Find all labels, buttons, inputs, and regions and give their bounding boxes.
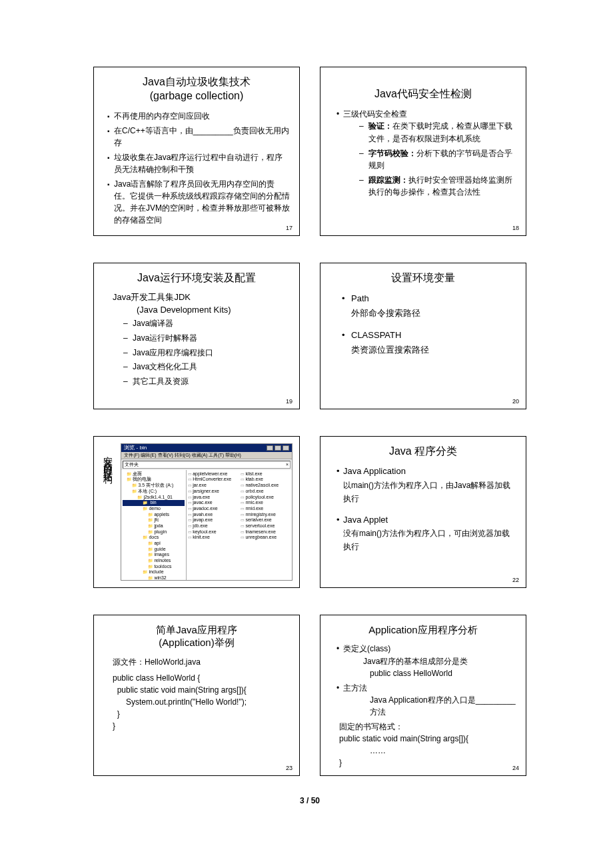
item-head: 类定义(class) <box>343 644 390 653</box>
slide-19: Java运行环境安装及配置 Java开发工具集JDK (Java Develop… <box>93 263 300 409</box>
bullet-item: 主方法 Java Application程序的入口是_________方法 <box>336 682 516 719</box>
slide-body: 安装后的目录结构 浏览 - bin 文件(F) 编辑(E) 查看(V) 转到(G… <box>101 443 293 581</box>
file-item: jar.exe <box>188 483 238 489</box>
item-head: Java Applet <box>343 515 388 525</box>
tree-node: 桌面 <box>123 471 184 477</box>
slide-title: Java运行环境安装及配置 <box>103 271 290 285</box>
tree-node: win32 <box>123 575 184 580</box>
section-sub: (Java Development Kits) <box>137 305 290 315</box>
bullet-item: 不再使用的内存空间应回收 <box>107 110 290 122</box>
slide-23: 简单Java应用程序 (Application)举例 源文件：HelloWorl… <box>93 615 300 777</box>
tree-node: include <box>123 569 184 575</box>
bullet-list: Path 外部命令搜索路径 CLASSPATH 类资源位置搜索路径 <box>342 291 516 357</box>
file-item: rmiregistry.exe <box>241 512 291 518</box>
sub-item: Java编译器 <box>123 317 290 330</box>
file-item: kinit.exe <box>188 535 238 541</box>
tree-node: bin <box>123 500 184 506</box>
file-item: klist.exe <box>241 471 291 477</box>
slide-number: 18 <box>512 225 519 231</box>
file-item: native2ascii.exe <box>241 483 291 489</box>
slide-title: Java自动垃圾收集技术 (garbage collection) <box>103 75 290 103</box>
file-item: jarsigner.exe <box>188 489 238 495</box>
slide-title: Java 程序分类 <box>330 445 516 459</box>
min-icon <box>267 445 273 451</box>
tree-node: plugin <box>123 529 184 535</box>
slide-number: 24 <box>512 765 519 771</box>
window-menu: 文件(F) 编辑(E) 查看(V) 转到(G) 收藏(A) 工具(T) 帮助(H… <box>121 452 292 459</box>
slide-title: Application应用程序分析 <box>330 623 516 637</box>
item-head: Path <box>351 293 369 303</box>
bullet-item: CLASSPATH 类资源位置搜索路径 <box>342 328 516 357</box>
slide-17: Java自动垃圾收集技术 (garbage collection) 不再使用的内… <box>93 67 300 236</box>
file-item: jdb.exe <box>188 523 238 529</box>
sub-item: Java文档化化工具 <box>123 361 290 373</box>
file-item: javadoc.exe <box>188 506 238 512</box>
code-line: …… <box>370 745 516 757</box>
title-line2: (Application)举例 <box>159 637 234 648</box>
slide-21: 安装后的目录结构 浏览 - bin 文件(F) 编辑(E) 查看(V) 转到(G… <box>93 436 300 588</box>
bullet-item: Java Applet 没有main()方法作为程序入口，可由浏览器加载执行 <box>336 513 516 553</box>
tree-node: demo <box>123 506 184 512</box>
list-text: 三级代码安全检查 <box>343 109 407 119</box>
tree-node: applets <box>123 512 184 518</box>
file-item: serialver.exe <box>241 517 291 523</box>
section-head: Java开发工具集JDK <box>113 291 290 303</box>
file-item: rmid.exe <box>241 506 291 512</box>
slide-number: 17 <box>286 225 293 231</box>
slide-number: 19 <box>286 398 293 405</box>
slide-18: Java代码安全性检测 三级代码安全检查 验证：在类下载时完成，检查从哪里下载文… <box>320 67 526 236</box>
slide-title: Java代码安全性检测 <box>330 87 516 101</box>
file-item: java.exe <box>188 495 238 501</box>
page-number: 3 / 50 <box>93 796 526 805</box>
close-panel-icon: × <box>286 462 289 467</box>
window-buttons <box>267 445 289 451</box>
tree-node: tooldocs <box>123 564 184 570</box>
sub-item: 跟踪监测：执行时安全管理器始终监测所执行的每步操作，检查其合法性 <box>359 174 516 199</box>
code-block: public class HelloWorld { public static … <box>113 672 290 732</box>
file-list: appletviewer.exeHtmlConverter.exejar.exe… <box>187 470 292 580</box>
sub-line: Java程序的基本组成部分是类 <box>363 655 516 667</box>
item-label: 验证： <box>368 121 392 131</box>
vertical-title: 安装后的目录结构 <box>101 443 115 470</box>
tree-node: 3.5 英寸软盘 (A:) <box>123 483 184 489</box>
item-head: CLASSPATH <box>351 330 401 340</box>
explorer-window-mock: 浏览 - bin 文件(F) 编辑(E) 查看(V) 转到(G) 收藏(A) 工… <box>121 443 293 581</box>
sub-list: 验证：在类下载时完成，检查从哪里下载文件，是否有权限进到本机系统 字节码校验：分… <box>359 120 516 199</box>
tree-node: 我的电脑 <box>123 477 184 483</box>
slide-number: 22 <box>512 577 519 583</box>
item-head: Java Application <box>343 466 406 476</box>
sub-line: Java Application程序的入口是_________方法 <box>370 694 516 718</box>
folder-tree: 桌面我的电脑3.5 英寸软盘 (A:)本地 (C:)j2sdk1.4.1_01b… <box>121 470 186 580</box>
close-icon <box>283 445 289 451</box>
bullet-item: 垃圾收集在Java程序运行过程中自动进行，程序员无法精确控制和干预 <box>107 151 290 175</box>
address-bar: 文件夹 × <box>123 461 291 469</box>
bullet-item: 在C/C++等语言中，由_________负责回收无用内存 <box>107 125 290 149</box>
sub-item: 字节码校验：分析下载的字节码是否合乎规则 <box>359 147 516 172</box>
window-title: 浏览 - bin <box>124 445 147 451</box>
file-item: orbd.exe <box>241 489 291 495</box>
format-label: 固定的书写格式： <box>339 721 516 733</box>
bullet-list: 三级代码安全检查 验证：在类下载时完成，检查从哪里下载文件，是否有权限进到本机系… <box>336 108 516 199</box>
sub-item: 验证：在类下载时完成，检查从哪里下载文件，是否有权限进到本机系统 <box>359 120 516 145</box>
bullet-list: 不再使用的内存空间应回收 在C/C++等语言中，由_________负责回收无用… <box>107 110 290 226</box>
item-head: 主方法 <box>343 683 367 693</box>
slide-24: Application应用程序分析 类定义(class) Java程序的基本组成… <box>320 615 526 777</box>
folders-label: 文件夹 <box>125 462 139 467</box>
file-item: appletviewer.exe <box>188 471 238 477</box>
slide-22: Java 程序分类 Java Application 以main()方法作为程序… <box>320 436 526 588</box>
slide-number: 20 <box>512 398 519 405</box>
item-label: 字节码校验： <box>368 149 416 158</box>
file-item: tnameserv.exe <box>241 529 291 535</box>
bullet-item: Java语言解除了程序员回收无用内存空间的责任。它提供一种系统级线程跟踪存储空间… <box>107 178 290 226</box>
title-line1: 简单Java应用程序 <box>156 624 237 635</box>
tree-node: jfc <box>123 517 184 523</box>
file-item: rmic.exe <box>241 500 291 506</box>
item-sub: 没有main()方法作为程序入口，可由浏览器加载执行 <box>343 529 510 551</box>
file-item: keytool.exe <box>188 529 238 535</box>
code-line: } <box>339 757 516 769</box>
sub-item: Java运行时解释器 <box>123 332 290 345</box>
code-line: public static void main(String args[]){ <box>339 733 516 745</box>
bullet-item: 三级代码安全检查 验证：在类下载时完成，检查从哪里下载文件，是否有权限进到本机系… <box>336 108 516 199</box>
file-item: policytool.exe <box>241 495 291 501</box>
tree-node: j2sdk1.4.1_01 <box>123 495 184 501</box>
